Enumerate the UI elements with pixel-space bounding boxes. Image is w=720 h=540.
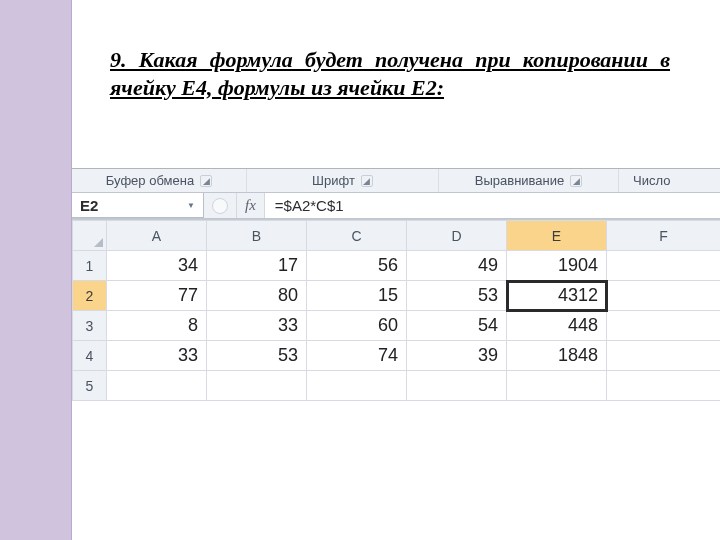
cell-d2[interactable]: 53 bbox=[407, 281, 507, 311]
cell-e5[interactable] bbox=[507, 371, 607, 401]
formula-input[interactable]: =$A2*C$1 bbox=[265, 193, 720, 218]
cell-a1[interactable]: 34 bbox=[107, 251, 207, 281]
ribbon-group-row: Буфер обмена ◢ Шрифт ◢ Выравнивание ◢ Чи… bbox=[72, 169, 720, 193]
cell-e4[interactable]: 1848 bbox=[507, 341, 607, 371]
column-header-row: A B C D E F bbox=[73, 221, 721, 251]
col-header-e[interactable]: E bbox=[507, 221, 607, 251]
cell-f4[interactable] bbox=[607, 341, 721, 371]
dialog-launcher-icon[interactable]: ◢ bbox=[570, 175, 582, 187]
cell-d5[interactable] bbox=[407, 371, 507, 401]
ribbon-group-clipboard[interactable]: Буфер обмена ◢ bbox=[72, 169, 247, 192]
cell-f2[interactable] bbox=[607, 281, 721, 311]
table-row: 2 77 80 15 53 4312 bbox=[73, 281, 721, 311]
cell-f1[interactable] bbox=[607, 251, 721, 281]
fx-icon: fx bbox=[245, 197, 256, 214]
cell-b2[interactable]: 80 bbox=[207, 281, 307, 311]
col-header-d[interactable]: D bbox=[407, 221, 507, 251]
ribbon-group-number[interactable]: Число bbox=[619, 169, 720, 192]
row-header-4[interactable]: 4 bbox=[73, 341, 107, 371]
table-row: 4 33 53 74 39 1848 bbox=[73, 341, 721, 371]
cell-d3[interactable]: 54 bbox=[407, 311, 507, 341]
cell-e1[interactable]: 1904 bbox=[507, 251, 607, 281]
cell-f5[interactable] bbox=[607, 371, 721, 401]
slide-side-strip bbox=[0, 0, 72, 540]
ribbon-group-clipboard-label: Буфер обмена bbox=[106, 173, 194, 188]
cell-c3[interactable]: 60 bbox=[307, 311, 407, 341]
insert-function-button[interactable]: fx bbox=[237, 193, 265, 218]
chevron-down-icon[interactable]: ▼ bbox=[187, 201, 195, 210]
row-header-1[interactable]: 1 bbox=[73, 251, 107, 281]
cell-a4[interactable]: 33 bbox=[107, 341, 207, 371]
cell-a5[interactable] bbox=[107, 371, 207, 401]
cell-a3[interactable]: 8 bbox=[107, 311, 207, 341]
dialog-launcher-icon[interactable]: ◢ bbox=[361, 175, 373, 187]
name-box[interactable]: E2 ▼ bbox=[72, 193, 204, 218]
cell-c1[interactable]: 56 bbox=[307, 251, 407, 281]
row-header-2[interactable]: 2 bbox=[73, 281, 107, 311]
ribbon-group-font-label: Шрифт bbox=[312, 173, 355, 188]
formula-bar-controls bbox=[204, 193, 237, 218]
col-header-b[interactable]: B bbox=[207, 221, 307, 251]
formula-bar: E2 ▼ fx =$A2*C$1 bbox=[72, 193, 720, 219]
cell-e3[interactable]: 448 bbox=[507, 311, 607, 341]
table-row: 1 34 17 56 49 1904 bbox=[73, 251, 721, 281]
cell-a2[interactable]: 77 bbox=[107, 281, 207, 311]
cell-b5[interactable] bbox=[207, 371, 307, 401]
table-row: 3 8 33 60 54 448 bbox=[73, 311, 721, 341]
name-box-value: E2 bbox=[80, 197, 98, 214]
spreadsheet-grid[interactable]: A B C D E F 1 34 17 56 49 1904 2 77 80 1… bbox=[72, 219, 720, 401]
cell-b3[interactable]: 33 bbox=[207, 311, 307, 341]
cell-d4[interactable]: 39 bbox=[407, 341, 507, 371]
table-row: 5 bbox=[73, 371, 721, 401]
cancel-icon[interactable] bbox=[212, 198, 228, 214]
cell-b1[interactable]: 17 bbox=[207, 251, 307, 281]
ribbon-group-alignment[interactable]: Выравнивание ◢ bbox=[439, 169, 619, 192]
ribbon-group-font[interactable]: Шрифт ◢ bbox=[247, 169, 439, 192]
cell-f3[interactable] bbox=[607, 311, 721, 341]
col-header-c[interactable]: C bbox=[307, 221, 407, 251]
row-header-3[interactable]: 3 bbox=[73, 311, 107, 341]
cell-b4[interactable]: 53 bbox=[207, 341, 307, 371]
select-all-corner[interactable] bbox=[73, 221, 107, 251]
dialog-launcher-icon[interactable]: ◢ bbox=[200, 175, 212, 187]
col-header-a[interactable]: A bbox=[107, 221, 207, 251]
cell-c5[interactable] bbox=[307, 371, 407, 401]
ribbon-group-number-label: Число bbox=[633, 173, 670, 188]
formula-text: =$A2*C$1 bbox=[275, 197, 344, 214]
row-header-5[interactable]: 5 bbox=[73, 371, 107, 401]
col-header-f[interactable]: F bbox=[607, 221, 721, 251]
ribbon-group-alignment-label: Выравнивание bbox=[475, 173, 564, 188]
cell-d1[interactable]: 49 bbox=[407, 251, 507, 281]
cell-c2[interactable]: 15 bbox=[307, 281, 407, 311]
question-text: 9. Какая формула будет получена при копи… bbox=[110, 46, 670, 101]
cell-c4[interactable]: 74 bbox=[307, 341, 407, 371]
cell-e2[interactable]: 4312 bbox=[507, 281, 607, 311]
excel-screenshot: Буфер обмена ◢ Шрифт ◢ Выравнивание ◢ Чи… bbox=[72, 168, 720, 401]
